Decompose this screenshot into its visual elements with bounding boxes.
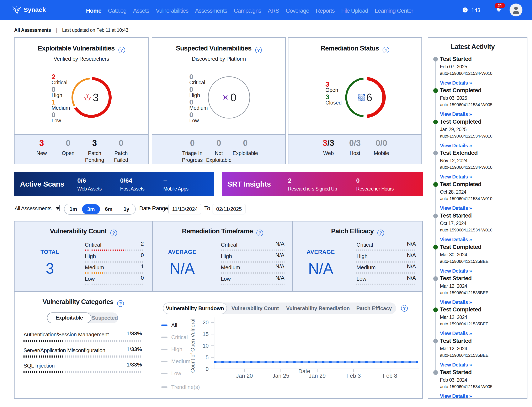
svg-text:Date: Date [298, 368, 310, 374]
svg-text:Count of Open Vulneral: Count of Open Vulneral [190, 319, 196, 373]
svg-text:20: 20 [203, 319, 209, 326]
svg-text:Jan 20: Jan 20 [236, 373, 253, 379]
svg-text:15: 15 [203, 331, 209, 337]
svg-text:Jan 29: Jan 29 [309, 373, 326, 379]
svg-text:0: 0 [206, 366, 209, 372]
svg-text:Feb 8: Feb 8 [383, 373, 397, 379]
svg-text:5: 5 [206, 354, 209, 360]
svg-text:Jan 25: Jan 25 [273, 373, 289, 379]
svg-text:Feb 3: Feb 3 [346, 373, 361, 379]
svg-text:10: 10 [203, 343, 209, 349]
